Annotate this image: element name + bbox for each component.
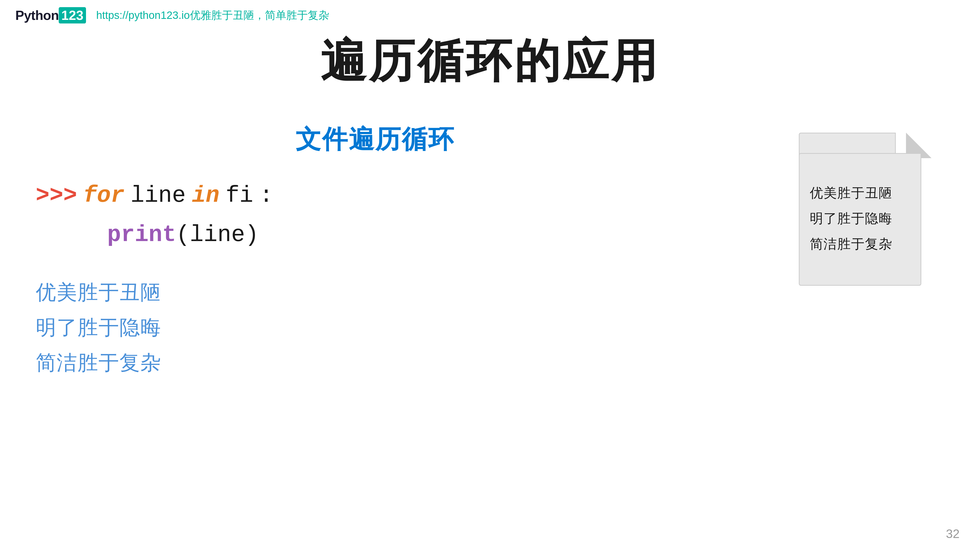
code-line-1: >>> for line in fi : — [36, 177, 714, 214]
var-fi: fi — [226, 177, 253, 214]
output-lines: 优美胜于丑陋 明了胜于隐晦 简洁胜于复杂 — [36, 279, 714, 377]
right-panel: 优美胜于丑陋 明了胜于隐晦 简洁胜于复杂 — [750, 107, 980, 551]
keyword-for: for — [83, 177, 124, 214]
logo-123: 123 — [59, 7, 86, 24]
file-body: 优美胜于丑陋 明了胜于隐晦 简洁胜于复杂 — [799, 153, 921, 286]
keyword-in: in — [192, 177, 220, 214]
section-heading: 文件遍历循环 — [36, 122, 714, 157]
header: Python 123 https://python123.io优雅胜于丑陋，简单… — [0, 0, 980, 30]
code-paren: (line) — [176, 222, 259, 248]
code-block: >>> for line in fi : print(line) — [36, 177, 714, 253]
code-prompt: >>> — [36, 177, 77, 214]
output-line-1: 优美胜于丑陋 — [36, 279, 714, 306]
page-title: 遍历循环的应用 — [0, 30, 980, 92]
code-line-variable: line — [130, 177, 186, 214]
file-text-line-2: 明了胜于隐晦 — [810, 210, 912, 227]
left-panel: 文件遍历循环 >>> for line in fi : print(line) … — [0, 107, 750, 551]
code-line-2: print(line) — [36, 217, 714, 253]
output-line-3: 简洁胜于复杂 — [36, 349, 714, 377]
page-number: 32 — [946, 527, 959, 541]
output-line-2: 明了胜于隐晦 — [36, 314, 714, 341]
code-colon: : — [259, 177, 273, 214]
file-text-line-3: 简洁胜于复杂 — [810, 235, 912, 253]
logo-python: Python — [15, 8, 59, 23]
file-icon: 优美胜于丑陋 明了胜于隐晦 简洁胜于复杂 — [799, 133, 932, 286]
header-url: https://python123.io优雅胜于丑陋，简单胜于复杂 — [96, 8, 329, 22]
main-content: 文件遍历循环 >>> for line in fi : print(line) … — [0, 107, 980, 551]
logo: Python 123 — [15, 7, 86, 24]
file-text-line-1: 优美胜于丑陋 — [810, 184, 912, 202]
keyword-print: print — [107, 222, 176, 248]
file-content: 优美胜于丑陋 明了胜于隐晦 简洁胜于复杂 — [800, 152, 922, 285]
